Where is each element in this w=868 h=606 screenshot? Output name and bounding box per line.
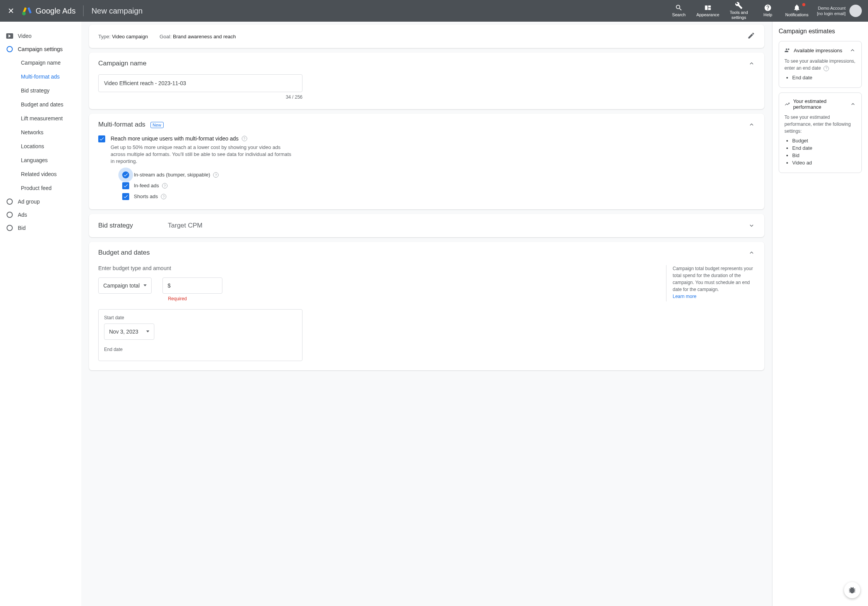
performance-header[interactable]: Your estimated performance — [784, 98, 856, 110]
tools-settings-tool[interactable]: Tools and settings — [723, 2, 754, 20]
date-box: Start date Nov 3, 2023 End date — [98, 309, 302, 361]
appearance-icon — [704, 4, 712, 12]
sidebar-item-ad-group[interactable]: Ad group — [0, 195, 81, 208]
app-header: ✕ Google Ads New campaign Search Appeara… — [0, 0, 868, 22]
multi-format-main-check: Reach more unique users with multi-forma… — [98, 135, 755, 200]
help-icon[interactable]: ? — [161, 194, 166, 199]
instream-check-row: In-stream ads (bumper, skippable)? — [122, 171, 296, 178]
sidebar-sub-related[interactable]: Related videos — [0, 167, 81, 181]
learn-more-link[interactable]: Learn more — [673, 294, 696, 299]
wrench-icon — [735, 2, 743, 9]
feedback-fab[interactable] — [844, 582, 860, 598]
shorts-check-row: Shorts ads? — [122, 193, 296, 200]
header-right: Search Appearance Tools and settings Hel… — [665, 2, 862, 20]
help-icon[interactable]: ? — [213, 172, 219, 178]
main-content: Type: Video campaign Goal: Brand awarene… — [81, 22, 772, 606]
trend-icon — [784, 101, 790, 107]
chevron-up-icon — [849, 47, 856, 54]
bid-strategy-value: Target CPM — [168, 222, 203, 229]
impressions-header[interactable]: Available impressions — [784, 47, 856, 54]
multi-format-card: Multi-format ads New Reach more unique u… — [89, 114, 764, 209]
sidebar-sub-budget-dates[interactable]: Budget and dates — [0, 98, 81, 111]
chevron-up-icon — [850, 101, 856, 108]
budget-prompt: Enter budget type and amount — [98, 265, 651, 271]
multi-format-header[interactable]: Multi-format ads New — [89, 114, 764, 135]
help-icon[interactable]: ? — [242, 136, 247, 141]
account-name: Demo Account — [817, 5, 846, 11]
bug-icon — [848, 586, 856, 594]
bid-strategy-card: Bid strategy Target CPM — [89, 214, 764, 237]
sidebar-sub-bid-strategy[interactable]: Bid strategy — [0, 84, 81, 98]
estimates-panel: Campaign estimates Available impressions… — [772, 22, 868, 606]
summary-type: Type: Video campaign — [98, 34, 148, 39]
start-date-select[interactable]: Nov 3, 2023 — [104, 324, 154, 340]
search-tool[interactable]: Search — [665, 4, 692, 17]
budget-header[interactable]: Budget and dates — [89, 242, 764, 264]
end-date-label: End date — [104, 347, 297, 352]
sidebar-item-campaign-settings[interactable]: Campaign settings — [0, 43, 81, 56]
required-label: Required — [168, 296, 222, 301]
sidebar-item-bid[interactable]: Bid — [0, 221, 81, 235]
radio-icon — [6, 198, 13, 205]
chevron-down-icon — [748, 222, 755, 229]
help-tool[interactable]: Help — [754, 4, 781, 17]
performance-list: Budget End date Bid Video ad — [784, 138, 856, 166]
checkbox-infeed[interactable] — [122, 182, 129, 189]
help-icon — [764, 4, 772, 12]
budget-amount-input[interactable]: $ — [162, 277, 222, 294]
campaign-name-input[interactable] — [98, 74, 302, 92]
notification-badge — [802, 3, 805, 6]
performance-card: Your estimated performance To see your e… — [779, 92, 862, 173]
radio-icon — [6, 211, 13, 218]
search-icon — [675, 4, 683, 12]
header-left: ✕ Google Ads New campaign — [6, 5, 143, 16]
account-info[interactable]: Demo Account [no login email] — [817, 5, 862, 17]
chevron-up-icon — [748, 60, 755, 67]
budget-type-select[interactable]: Campaign total — [98, 277, 152, 294]
sidebar-sub-lift[interactable]: Lift measurement — [0, 111, 81, 125]
close-button[interactable]: ✕ — [6, 6, 15, 15]
header-divider — [83, 5, 84, 16]
dropdown-icon — [146, 330, 149, 332]
campaign-name-header[interactable]: Campaign name — [89, 53, 764, 74]
bid-strategy-header[interactable]: Bid strategy Target CPM — [89, 214, 764, 237]
radio-active-icon — [6, 46, 13, 53]
budget-dates-card: Budget and dates Enter budget type and a… — [89, 242, 764, 370]
sidebar-sub-networks[interactable]: Networks — [0, 125, 81, 139]
logo-area[interactable]: Google Ads — [22, 5, 75, 16]
logo-text: Google Ads — [36, 7, 75, 15]
sidebar: Video Campaign settings Campaign name Mu… — [0, 22, 81, 606]
start-date-label: Start date — [104, 315, 297, 320]
sidebar-sub-languages[interactable]: Languages — [0, 153, 81, 167]
summary-goal: Goal: Brand awareness and reach — [159, 34, 236, 39]
sidebar-sub-multi-format[interactable]: Multi-format ads — [0, 70, 81, 84]
char-counter: 34 / 256 — [98, 94, 302, 100]
budget-info-text: Campaign total budget represents your to… — [666, 265, 755, 301]
checkbox-reach-more[interactable] — [98, 135, 105, 142]
people-icon — [784, 47, 791, 53]
appearance-tool[interactable]: Appearance — [692, 4, 723, 17]
sidebar-item-video[interactable]: Video — [0, 29, 81, 43]
video-icon — [6, 33, 13, 39]
campaign-name-card: Campaign name 34 / 256 — [89, 53, 764, 109]
account-text: Demo Account [no login email] — [817, 5, 846, 17]
checkbox-shorts[interactable] — [122, 193, 129, 200]
infeed-check-row: In-feed ads? — [122, 182, 296, 189]
edit-summary-button[interactable] — [747, 32, 755, 41]
summary-card: Type: Video campaign Goal: Brand awarene… — [89, 25, 764, 48]
notifications-tool[interactable]: Notifications — [781, 4, 812, 17]
sidebar-sub-locations[interactable]: Locations — [0, 139, 81, 153]
bell-icon — [793, 4, 801, 12]
impressions-list: End date — [784, 75, 856, 80]
help-icon[interactable]: ? — [162, 183, 167, 188]
svg-point-0 — [22, 12, 26, 15]
avatar[interactable] — [849, 5, 862, 17]
google-ads-logo-icon — [22, 5, 32, 16]
estimates-title: Campaign estimates — [779, 28, 862, 35]
sidebar-item-ads[interactable]: Ads — [0, 208, 81, 221]
sidebar-sub-campaign-name[interactable]: Campaign name — [0, 56, 81, 70]
sidebar-sub-product-feed[interactable]: Product feed — [0, 181, 81, 195]
help-icon[interactable]: ? — [824, 66, 829, 71]
radio-icon — [6, 224, 13, 231]
checkbox-instream[interactable] — [122, 171, 129, 178]
